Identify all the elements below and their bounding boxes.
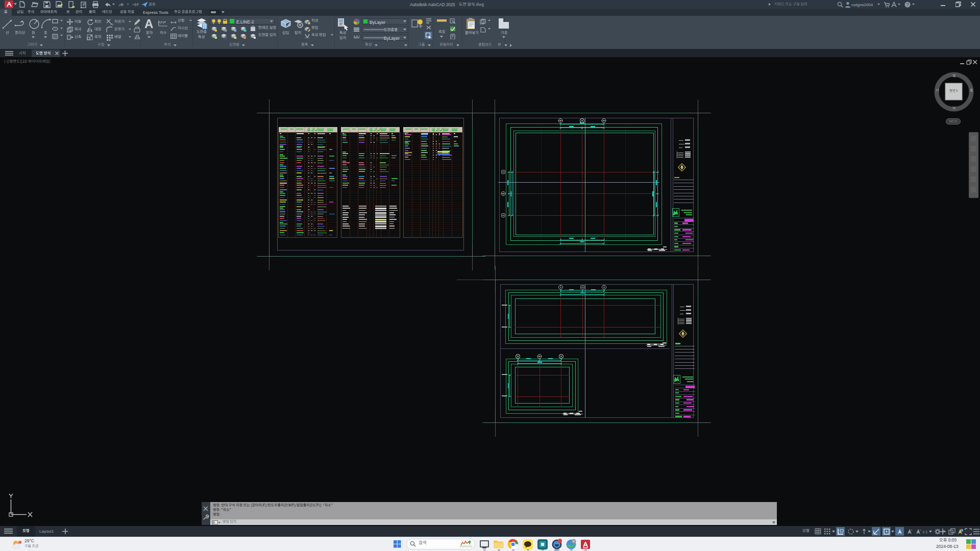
svg-text:?: ? [906, 2, 909, 7]
